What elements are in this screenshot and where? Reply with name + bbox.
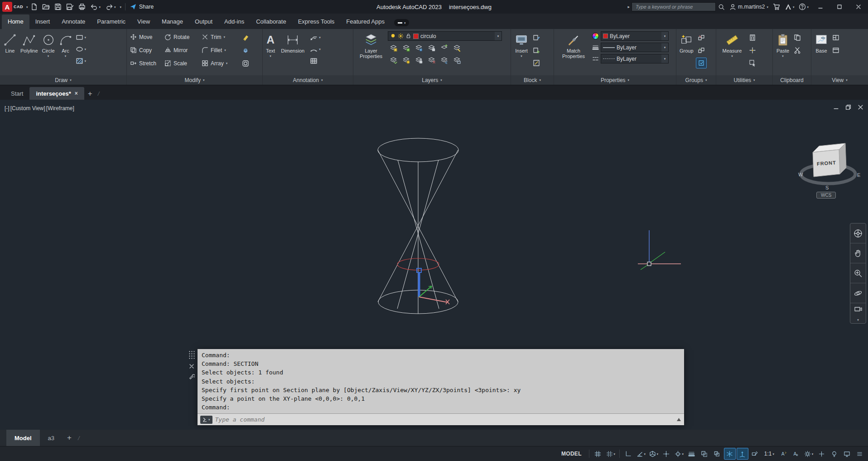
command-input[interactable]: [215, 416, 674, 423]
autodesk-app-caret-icon[interactable]: ▾: [793, 5, 795, 9]
layer-unlock-button[interactable]: [413, 54, 424, 65]
offset-button[interactable]: [240, 58, 251, 69]
panel-title-groups[interactable]: Groups▾: [676, 75, 716, 85]
layer-walk-button[interactable]: [426, 54, 437, 65]
snap-mode-button[interactable]: ▾: [605, 448, 617, 460]
isolate-objects-button[interactable]: [828, 448, 840, 460]
lineweight-combo[interactable]: ByLayer ▾: [601, 43, 669, 52]
plot-button[interactable]: [76, 0, 88, 14]
explode-button[interactable]: [240, 45, 251, 56]
annotation-scale-button[interactable]: 1:1▾: [762, 448, 776, 460]
ungroup-button[interactable]: [696, 32, 707, 43]
transparency-button[interactable]: [699, 448, 710, 460]
autodesk-app-button[interactable]: ▾: [782, 0, 797, 14]
model-space-button[interactable]: MODEL: [557, 448, 586, 460]
polyline-button[interactable]: Polyline: [19, 30, 39, 53]
drawing-area[interactable]: [-] [Custom View] [Wireframe]: [0, 100, 868, 430]
document-tab-close-icon[interactable]: ×: [75, 90, 78, 97]
scale-button[interactable]: Scale: [163, 58, 200, 69]
annotation-monitor-plus-button[interactable]: [815, 448, 827, 460]
layer-make-current-button[interactable]: [439, 42, 449, 53]
line-button[interactable]: Line: [2, 30, 18, 53]
graphics-performance-button[interactable]: [841, 448, 853, 460]
tab-collaborate[interactable]: Collaborate: [250, 15, 292, 29]
selection-cycling-button[interactable]: [711, 448, 723, 460]
hatch-flyout-button[interactable]: ▾: [75, 56, 87, 66]
help-caret-icon[interactable]: ▾: [807, 5, 809, 9]
layer-isolate-button[interactable]: [400, 42, 411, 53]
leader-flyout-button[interactable]: ▾: [309, 32, 322, 42]
osnap-caret-icon[interactable]: ▾: [682, 452, 684, 456]
panel-title-layers[interactable]: Layers▾: [353, 75, 511, 85]
object-snap-button[interactable]: ▾: [673, 448, 685, 460]
color-wheel-icon[interactable]: [592, 33, 599, 39]
layer-properties-button[interactable]: Layer Properties: [355, 30, 387, 59]
command-window-grip[interactable]: [188, 350, 195, 359]
lineweight-caret-icon[interactable]: ▾: [661, 43, 668, 52]
workspace-caret-icon[interactable]: ▾: [812, 452, 814, 456]
rotate-button[interactable]: Rotate: [163, 31, 200, 43]
measure-caret-icon[interactable]: ▾: [731, 54, 733, 58]
layout-tab-a3[interactable]: a3: [40, 430, 63, 446]
object-color-caret-icon[interactable]: ▾: [661, 32, 668, 40]
share-button[interactable]: Share: [127, 0, 156, 14]
open-file-button[interactable]: [40, 0, 52, 14]
array-caret-icon[interactable]: ▾: [226, 62, 228, 65]
fillet-caret-icon[interactable]: ▾: [224, 49, 226, 52]
copy-button[interactable]: Copy: [129, 44, 163, 56]
insert-button[interactable]: Insert ▾: [513, 30, 530, 58]
maximize-button[interactable]: [830, 0, 849, 14]
cut-button[interactable]: [792, 45, 803, 56]
circle-caret-icon[interactable]: ▾: [48, 54, 49, 58]
create-attribute-button[interactable]: [531, 45, 542, 56]
measure-button[interactable]: Measure ▾: [718, 30, 746, 58]
linetype-caret-icon[interactable]: ▾: [661, 54, 668, 63]
workspace-switching-button[interactable]: ▾: [803, 448, 815, 460]
view-cube[interactable]: W S E FRONT: [796, 132, 868, 200]
base-button[interactable]: Base: [813, 30, 829, 53]
tab-featured-apps[interactable]: Featured Apps: [340, 15, 391, 29]
linetype-icon[interactable]: [592, 55, 599, 62]
polar-tracking-button[interactable]: ▾: [635, 448, 647, 460]
panel-title-modify[interactable]: Modify▾: [127, 75, 262, 85]
search-expand-icon[interactable]: ▸: [628, 5, 630, 9]
ortho-mode-button[interactable]: [622, 448, 634, 460]
trim-caret-icon[interactable]: ▾: [224, 35, 226, 39]
layer-state-button[interactable]: [451, 54, 462, 65]
wcs-selector[interactable]: WCS: [816, 192, 836, 199]
orbit-button[interactable]: [850, 283, 866, 303]
snap-caret-icon[interactable]: ▾: [614, 452, 616, 456]
quick-calculator-button[interactable]: [747, 32, 758, 43]
tab-parametric[interactable]: Parametric: [91, 15, 131, 29]
object-snap-tracking-button[interactable]: [661, 448, 672, 460]
ribbon-display-toggle[interactable]: ▾: [394, 19, 410, 26]
app-menu-button[interactable]: A: [2, 2, 12, 12]
command-close-icon[interactable]: [189, 364, 194, 369]
layer-unisolate-button[interactable]: [388, 54, 399, 65]
new-drawing-tab-button[interactable]: +: [84, 88, 96, 100]
layer-previous-button[interactable]: [439, 54, 449, 65]
arc-caret-icon[interactable]: ▾: [65, 54, 67, 58]
ucs-icon[interactable]: [417, 268, 449, 304]
table-button[interactable]: [309, 56, 322, 66]
model-tab[interactable]: Model: [6, 430, 40, 446]
layer-match-button[interactable]: [451, 42, 462, 53]
command-input-badge[interactable]: ▾: [200, 416, 212, 424]
polar-caret-icon[interactable]: ▾: [644, 452, 646, 456]
block-editor-button[interactable]: [531, 58, 542, 68]
match-properties-button[interactable]: Match Properties: [556, 30, 591, 59]
user-menu-caret-icon[interactable]: ▾: [767, 5, 768, 9]
redo-caret-icon[interactable]: ▾: [114, 5, 116, 9]
tab-view[interactable]: View: [131, 15, 156, 29]
navbar-more-caret-icon[interactable]: ▾: [857, 318, 859, 321]
text-button[interactable]: A Text ▾: [265, 30, 276, 58]
mirror-button[interactable]: Mirror: [163, 44, 200, 56]
tab-annotate[interactable]: Annotate: [56, 15, 91, 29]
new-layout-button[interactable]: +: [63, 431, 76, 445]
layer-thaw-button[interactable]: [400, 54, 411, 65]
panel-title-block[interactable]: Block▾: [511, 75, 554, 85]
save-as-button[interactable]: [64, 0, 76, 14]
command-history[interactable]: Command:Command: SECTIONSelect objects: …: [198, 349, 684, 413]
new-file-button[interactable]: [28, 0, 40, 14]
isodraft-caret-icon[interactable]: ▾: [657, 452, 659, 456]
